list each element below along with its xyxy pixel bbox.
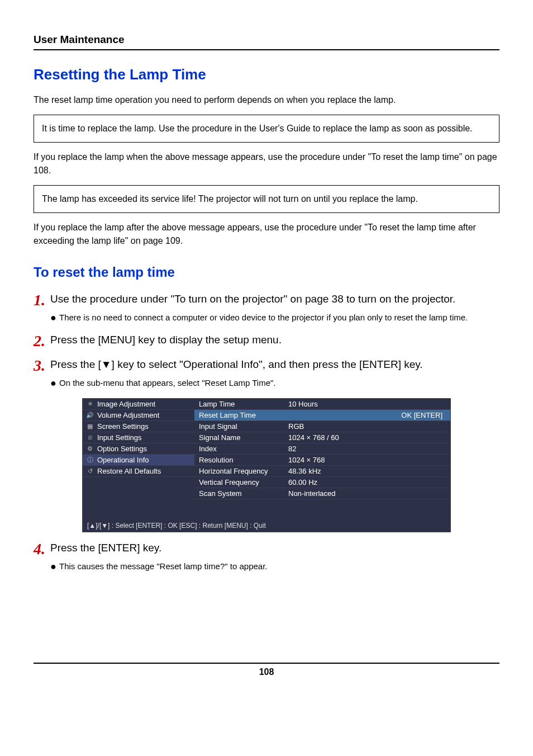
row-label: Lamp Time [199, 400, 288, 408]
step-4-bullet: ● This causes the message "Reset lamp ti… [50, 560, 499, 573]
row-label: Vertical Frequency [199, 478, 288, 486]
row-value: 10 Hours [288, 400, 446, 408]
row-horizontal-frequency: Horizontal Frequency 48.36 kHz [194, 466, 450, 477]
step-text: Press the [ENTER] key. [50, 540, 499, 556]
row-label: Reset Lamp Time [199, 411, 288, 419]
menu-label: Input Settings [97, 433, 142, 442]
menu-label: Volume Adjustment [97, 411, 159, 419]
step-3-bullet: ● On the sub-menu that appears, select "… [50, 377, 499, 390]
menu-item-input-settings[interactable]: ⎚ Input Settings [83, 432, 194, 443]
row-value: Non-interlaced [288, 489, 446, 498]
row-label: Index [199, 445, 288, 453]
step-number: 1. [34, 291, 50, 308]
bullet-text: This causes the message "Reset lamp time… [59, 560, 499, 573]
row-lamp-time: Lamp Time 10 Hours [194, 399, 450, 410]
menu-label: Image Adjustment [97, 400, 155, 408]
row-reset-lamp-time[interactable]: Reset Lamp Time OK [ENTER] [194, 410, 450, 421]
message-box-replace-lamp: It is time to replace the lamp. Use the … [34, 115, 499, 143]
bullet-text: On the sub-menu that appears, select "Re… [59, 377, 499, 390]
menu-item-restore-defaults[interactable]: ↺ Restore All Defaults [83, 466, 194, 477]
row-value: RGB [288, 422, 446, 431]
step-number: 2. [34, 332, 50, 349]
menu-item-image-adjustment[interactable]: ✳ Image Adjustment [83, 399, 194, 410]
ok-enter-tag: OK [ENTER] [401, 411, 446, 419]
step-number: 3. [34, 357, 50, 374]
menu-label: Option Settings [97, 445, 147, 453]
step-number: 4. [34, 540, 50, 557]
footer-rule [34, 663, 499, 664]
step-1: 1. Use the procedure under "To turn on t… [34, 291, 499, 308]
row-index: Index 82 [194, 443, 450, 455]
row-value: 1024 × 768 / 60 [288, 433, 446, 442]
sliders-icon: ⎚ [86, 433, 94, 441]
bullet-text: There is no need to connect a computer o… [59, 311, 499, 324]
step-text: Press the [MENU] key to display the setu… [50, 332, 499, 348]
bullet-icon: ● [50, 560, 59, 573]
restore-icon: ↺ [86, 467, 94, 475]
menu-label: Screen Settings [97, 422, 149, 431]
after-box1-text: If you replace the lamp when the above m… [34, 150, 499, 177]
row-value: 1024 × 768 [288, 456, 446, 464]
row-signal-name: Signal Name 1024 × 768 / 60 [194, 432, 450, 443]
message-box-lamp-exceeded: The lamp has exceeded its service life! … [34, 185, 499, 213]
menu-item-option-settings[interactable]: ⚙ Option Settings [83, 443, 194, 455]
osd-left-menu: ✳ Image Adjustment 🔊 Volume Adjustment ▦… [83, 399, 194, 499]
osd-key-hints: [▲]/[▼] : Select [ENTER] : OK [ESC] : Re… [83, 519, 450, 532]
osd-body: ✳ Image Adjustment 🔊 Volume Adjustment ▦… [83, 399, 450, 499]
row-vertical-frequency: Vertical Frequency 60.00 Hz [194, 477, 450, 488]
step-1-bullet: ● There is no need to connect a computer… [50, 311, 499, 324]
row-resolution: Resolution 1024 × 768 [194, 455, 450, 466]
row-label: Input Signal [199, 422, 288, 431]
row-value: 48.36 kHz [288, 467, 446, 475]
speaker-icon: 🔊 [86, 411, 94, 419]
info-icon: ⓘ [86, 456, 94, 464]
osd-spacer [83, 499, 450, 519]
menu-label: Restore All Defaults [97, 467, 161, 475]
section-title: User Maintenance [34, 34, 499, 46]
osd-menu: ✳ Image Adjustment 🔊 Volume Adjustment ▦… [82, 398, 451, 532]
header-rule [34, 49, 499, 50]
row-value [288, 411, 401, 419]
row-label: Resolution [199, 456, 288, 464]
menu-label: Operational Info [97, 456, 149, 464]
bullet-icon: ● [50, 377, 59, 390]
row-label: Signal Name [199, 433, 288, 442]
osd-submenu: Lamp Time 10 Hours Reset Lamp Time OK [E… [194, 399, 450, 499]
page-footer: 108 [34, 663, 499, 677]
options-icon: ⚙ [86, 445, 94, 452]
sun-icon: ✳ [86, 400, 94, 408]
heading-to-reset-lamp-time: To reset the lamp time [34, 264, 499, 280]
bullet-icon: ● [50, 311, 59, 324]
menu-item-operational-info[interactable]: ⓘ Operational Info [83, 455, 194, 466]
menu-item-screen-settings[interactable]: ▦ Screen Settings [83, 421, 194, 432]
step-text: Use the procedure under "To turn on the … [50, 291, 499, 307]
screen-icon: ▦ [86, 422, 94, 430]
step-4: 4. Press the [ENTER] key. [34, 540, 499, 557]
menu-item-volume-adjustment[interactable]: 🔊 Volume Adjustment [83, 410, 194, 421]
row-value: 60.00 Hz [288, 478, 446, 486]
after-box2-text: If you replace the lamp after the above … [34, 221, 499, 248]
row-scan-system: Scan System Non-interlaced [194, 488, 450, 499]
row-label: Scan System [199, 489, 288, 498]
step-2: 2. Press the [MENU] key to display the s… [34, 332, 499, 349]
intro-text: The reset lamp time operation you need t… [34, 93, 499, 107]
heading-resetting-lamp-time: Resetting the Lamp Time [34, 66, 499, 83]
page-number: 108 [34, 667, 499, 677]
row-input-signal: Input Signal RGB [194, 421, 450, 432]
step-text: Press the [▼] key to select "Operational… [50, 357, 499, 372]
row-value: 82 [288, 445, 446, 453]
row-label: Horizontal Frequency [199, 467, 288, 475]
step-3: 3. Press the [▼] key to select "Operatio… [34, 357, 499, 374]
